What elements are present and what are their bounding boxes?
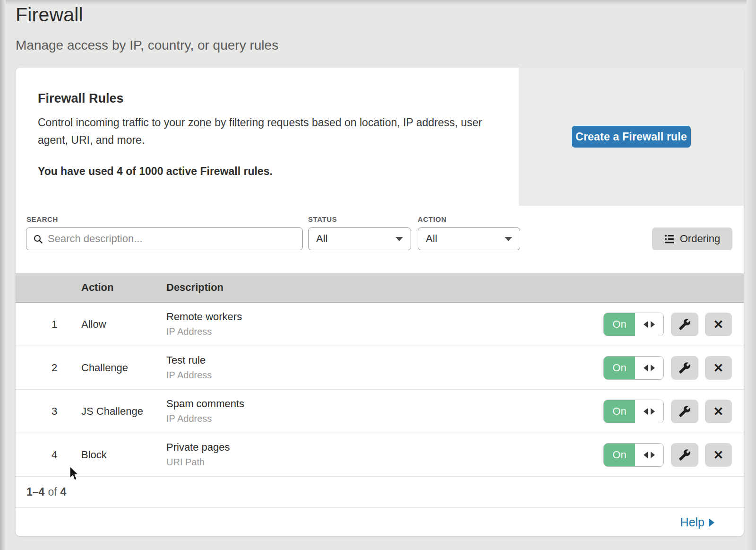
card-heading: Firewall Rules <box>38 91 124 106</box>
close-icon: ✕ <box>713 318 724 331</box>
rule-action: Allow <box>81 318 106 331</box>
card-description: Control incoming traffic to your zone by… <box>38 114 503 149</box>
toggle-on-segment[interactable]: On <box>604 444 635 466</box>
rule-action: Block <box>81 449 107 461</box>
rule-description-cell: Remote workers IP Address <box>166 311 242 337</box>
status-select-value: All <box>316 233 327 245</box>
help-link-label: Help <box>680 515 704 529</box>
arrow-right-icon <box>709 518 714 527</box>
rule-match-field: URI Path <box>166 457 230 468</box>
search-label: SEARCH <box>26 215 58 223</box>
ordering-button-label: Ordering <box>680 233 721 245</box>
toggle-handle[interactable] <box>635 313 663 336</box>
rule-description: Remote workers <box>166 311 242 323</box>
window-top-edge <box>0 0 756 5</box>
action-select-value: All <box>426 233 437 245</box>
pagination-range: 1–4 <box>26 486 44 498</box>
rule-priority: 2 <box>45 362 64 374</box>
table-row: 3 JS Challenge Spam comments IP Address … <box>16 390 744 433</box>
pagination: 1–4 of 4 <box>16 477 744 507</box>
close-icon: ✕ <box>713 362 724 374</box>
close-icon: ✕ <box>713 405 724 418</box>
table-row: 2 Challenge Test rule IP Address On ✕ <box>16 346 744 390</box>
arrow-left-icon <box>644 321 648 328</box>
delete-rule-button[interactable]: ✕ <box>705 400 732 423</box>
search-icon <box>33 234 43 244</box>
wrench-icon <box>679 362 691 374</box>
rule-description: Spam comments <box>166 398 244 410</box>
edit-rule-button[interactable] <box>671 313 698 336</box>
ordered-list-icon <box>664 234 675 244</box>
delete-rule-button[interactable]: ✕ <box>705 313 732 336</box>
table-row: 1 Allow Remote workers IP Address On ✕ <box>16 303 744 346</box>
rule-enabled-toggle[interactable]: On <box>603 313 664 336</box>
table-row: 4 Block Private pages URI Path On ✕ <box>16 433 744 477</box>
action-select[interactable]: All <box>418 227 520 250</box>
toggle-handle[interactable] <box>635 400 663 423</box>
arrow-right-icon <box>651 321 655 328</box>
pagination-of: of <box>48 486 57 498</box>
rule-action: Challenge <box>81 362 128 374</box>
rule-match-field: IP Address <box>166 413 244 424</box>
arrow-right-icon <box>651 408 655 415</box>
help-link[interactable]: Help <box>680 515 714 529</box>
rule-enabled-toggle[interactable]: On <box>603 356 664 380</box>
pagination-total: 4 <box>60 486 67 498</box>
rule-match-field: IP Address <box>166 326 242 337</box>
search-input-wrapper <box>26 227 303 250</box>
search-input[interactable] <box>48 233 296 245</box>
edit-rule-button[interactable] <box>671 400 698 423</box>
rule-description-cell: Spam comments IP Address <box>166 398 244 424</box>
table-header: Action Description <box>16 273 744 303</box>
arrow-left-icon <box>644 365 648 371</box>
window-left-edge <box>0 0 6 550</box>
wrench-icon <box>679 405 691 418</box>
rule-description-cell: Test rule IP Address <box>166 354 212 381</box>
wrench-icon <box>679 449 691 461</box>
delete-rule-button[interactable]: ✕ <box>705 356 732 380</box>
toggle-on-segment[interactable]: On <box>604 357 635 379</box>
screen: Firewall Manage access by IP, country, o… <box>0 0 756 550</box>
ordering-button[interactable]: Ordering <box>652 227 732 250</box>
rule-match-field: IP Address <box>166 370 212 381</box>
delete-rule-button[interactable]: ✕ <box>705 443 732 467</box>
usage-summary: You have used 4 of 1000 active Firewall … <box>38 165 273 178</box>
toggle-on-segment[interactable]: On <box>604 313 635 336</box>
rule-enabled-toggle[interactable]: On <box>603 400 664 423</box>
toggle-handle[interactable] <box>635 444 663 466</box>
arrow-left-icon <box>644 452 648 458</box>
arrow-left-icon <box>644 408 648 415</box>
edit-rule-button[interactable] <box>671 356 698 380</box>
rule-description-cell: Private pages URI Path <box>166 441 230 468</box>
chevron-down-icon <box>505 237 512 241</box>
action-label: ACTION <box>418 215 447 223</box>
firewall-rules-card: Create a Firewall rule Firewall Rules Co… <box>16 68 744 536</box>
rule-description: Test rule <box>166 354 212 367</box>
rule-enabled-toggle[interactable]: On <box>603 443 664 467</box>
create-rule-panel: Create a Firewall rule <box>519 68 744 206</box>
column-header-description: Description <box>166 281 223 294</box>
rule-priority: 4 <box>45 449 64 461</box>
wrench-icon <box>679 318 691 331</box>
arrow-right-icon <box>651 365 655 371</box>
toggle-on-segment[interactable]: On <box>604 400 635 423</box>
page-title: Firewall <box>16 4 83 26</box>
rule-action: JS Challenge <box>81 405 143 418</box>
edit-rule-button[interactable] <box>671 443 698 467</box>
page-subtitle: Manage access by IP, country, or query r… <box>16 38 278 53</box>
rule-priority: 1 <box>45 318 64 331</box>
arrow-right-icon <box>651 452 655 458</box>
status-select[interactable]: All <box>308 227 411 250</box>
rule-priority: 3 <box>45 405 64 418</box>
chevron-down-icon <box>395 237 403 241</box>
close-icon: ✕ <box>713 449 724 461</box>
toggle-handle[interactable] <box>635 357 663 379</box>
rule-description: Private pages <box>166 441 230 454</box>
help-row: Help <box>16 507 744 536</box>
column-header-action: Action <box>81 281 113 294</box>
create-firewall-rule-button[interactable]: Create a Firewall rule <box>572 126 691 148</box>
window-right-edge <box>747 0 756 550</box>
status-label: STATUS <box>308 215 337 223</box>
